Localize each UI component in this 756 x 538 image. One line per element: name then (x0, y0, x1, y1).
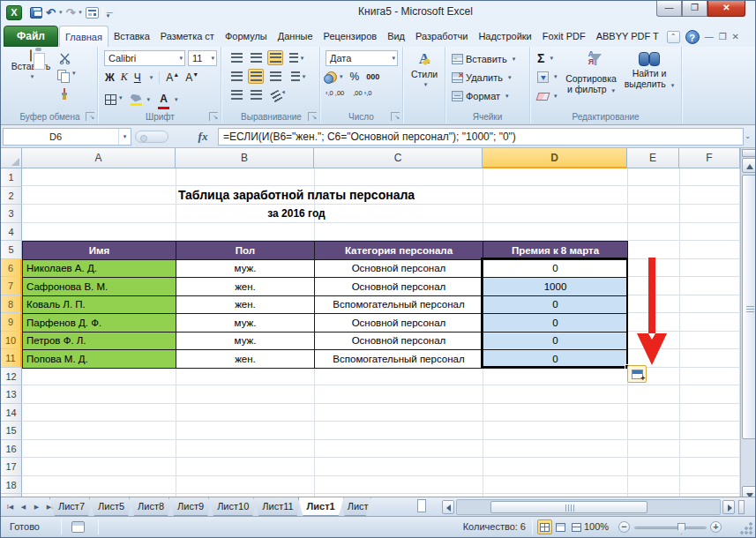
cell-name-row6[interactable]: Николаев А. Д. (23, 260, 176, 279)
autosum-button[interactable]: Σ▾ (537, 50, 553, 66)
excel-logo-icon[interactable]: X (6, 5, 22, 20)
cell-category-row10[interactable]: Основной персонал (315, 333, 483, 351)
hscroll-left-button[interactable] (442, 500, 454, 514)
expand-formula-bar-icon[interactable]: ⌄ (742, 130, 753, 144)
column-header-B[interactable]: B (176, 148, 314, 168)
save-icon[interactable] (30, 7, 42, 19)
select-all-corner[interactable] (1, 148, 22, 168)
cell-name-row10[interactable]: Петров Ф. Л. (23, 333, 176, 351)
cell-bonus-row10[interactable]: 0 (483, 333, 628, 351)
orientation-button[interactable]: ▾ (266, 83, 293, 107)
cell-name-row9[interactable]: Парфенов Д. Ф. (23, 314, 176, 333)
format-painter-button[interactable] (59, 87, 70, 103)
scroll-down-button[interactable] (742, 486, 756, 497)
cell-category-row6[interactable]: Основной персонал (315, 260, 483, 279)
insert-function-button[interactable]: fx (190, 128, 216, 146)
row-header-11[interactable]: 11 (1, 349, 22, 368)
tab-Формулы[interactable]: Формулы (220, 26, 273, 47)
row-header-4[interactable]: 4 (1, 223, 22, 242)
font-dialog-launcher-icon[interactable]: ↘ (209, 112, 218, 121)
column-header-F[interactable]: F (679, 148, 740, 168)
cell-bonus-row8[interactable]: 0 (483, 296, 628, 315)
row-header-7[interactable]: 7 (1, 277, 22, 295)
table-header-2[interactable]: Категория персонала (315, 242, 483, 260)
workbook-minimize-icon[interactable]: — (705, 31, 714, 43)
align-right-button[interactable] (267, 69, 283, 84)
find-select-button[interactable]: Найти и выделить ▾ (622, 50, 677, 91)
fill-button[interactable]: ▾ (537, 69, 558, 85)
sheet-tab-Лист[interactable]: Лист (340, 497, 371, 516)
row-header-6[interactable]: 6 (1, 259, 22, 278)
clear-button[interactable]: ▾ (537, 88, 558, 104)
row-header-3[interactable]: 3 (1, 205, 22, 223)
cell-name-row11[interactable]: Попова М. Д. (23, 350, 176, 369)
comma-style-button[interactable]: 000 (366, 72, 379, 81)
delete-cells-button[interactable]: Удалить▾ (452, 70, 512, 86)
row-header-13[interactable]: 13 (1, 385, 22, 404)
sheet-tab-Лист8[interactable]: Лист8 (129, 497, 173, 516)
cell-gender-row8[interactable]: жен. (176, 296, 315, 315)
percent-button[interactable]: % (350, 71, 360, 83)
font-name-select[interactable]: Calibri▾ (104, 50, 185, 66)
row-header-18[interactable]: 18 (1, 476, 22, 495)
align-left-button[interactable] (228, 69, 244, 84)
currency-button[interactable]: ▾ (326, 71, 343, 83)
cell-name-row8[interactable]: Коваль Л. П. (23, 296, 176, 315)
view-page-layout-button[interactable] (553, 519, 568, 534)
align-middle-button[interactable] (248, 50, 264, 65)
cell-gender-row10[interactable]: муж. (176, 333, 315, 351)
increase-indent-button[interactable] (248, 87, 264, 102)
underline-dropdown-icon[interactable]: ▾ (147, 74, 153, 81)
zoom-slider[interactable] (634, 527, 707, 529)
workbook-close-icon[interactable]: ✕ (732, 31, 739, 43)
workbook-restore-icon[interactable]: ❐ (719, 31, 727, 43)
view-normal-button[interactable] (537, 519, 552, 534)
row-header-14[interactable]: 14 (1, 404, 22, 422)
align-center-button[interactable] (248, 69, 264, 84)
row-header-16[interactable]: 16 (1, 440, 22, 459)
formula-bar-splitter[interactable] (135, 131, 168, 143)
next-sheet-icon[interactable]: ▶ (31, 500, 42, 513)
bold-button[interactable]: Ж (105, 71, 115, 84)
vertical-scroll-thumb[interactable] (742, 175, 756, 439)
cell-gender-row6[interactable]: муж. (176, 260, 315, 279)
help-icon[interactable]: ? (685, 30, 700, 44)
cell-category-row9[interactable]: Основной персонал (315, 314, 483, 333)
row-header-9[interactable]: 9 (1, 313, 22, 332)
copy-button[interactable]: ▾ (57, 70, 76, 81)
tab-Данные[interactable]: Данные (273, 26, 318, 47)
cell-bonus-row11[interactable]: 0 (483, 350, 628, 369)
clipboard-dialog-launcher-icon[interactable]: ↘ (86, 112, 94, 121)
column-header-E[interactable]: E (627, 148, 679, 168)
column-header-A[interactable]: A (22, 148, 176, 168)
cell-category-row11[interactable]: Вспомогательный персонал (315, 350, 483, 369)
horizontal-scrollbar[interactable] (456, 499, 721, 515)
tab-file[interactable]: Файл (4, 26, 58, 47)
borders-button[interactable]: ▾ (105, 94, 123, 105)
tab-ABBYY PDF T[interactable]: ABBYY PDF T (591, 26, 664, 47)
scroll-up-button[interactable] (742, 158, 756, 173)
tab-Разметка ст[interactable]: Разметка ст (155, 26, 220, 47)
hscroll-right-button[interactable] (722, 500, 735, 514)
row-header-5[interactable]: 5 (1, 241, 22, 259)
tab-Главная[interactable]: Главная (59, 26, 109, 47)
cell-gender-row7[interactable]: жен. (176, 278, 315, 296)
restore-button[interactable]: ❐ (682, 1, 707, 17)
insert-worksheet-button[interactable] (417, 499, 426, 512)
fill-color-button[interactable] (131, 94, 142, 106)
formula-input[interactable]: =ЕСЛИ(И(B6="жен."; C6="Основной персонал… (218, 128, 744, 146)
font-size-select[interactable]: 11▾ (188, 50, 217, 66)
decrease-indent-button[interactable] (228, 87, 244, 102)
vertical-scrollbar[interactable] (740, 148, 756, 497)
tab-Рецензиров[interactable]: Рецензиров (318, 26, 383, 47)
sheet-tab-Лист5[interactable]: Лист5 (89, 497, 133, 516)
zoom-in-button[interactable]: + (710, 521, 722, 533)
split-handle[interactable] (742, 149, 756, 157)
grow-font-button[interactable]: А▲ (166, 71, 179, 84)
sort-filter-button[interactable]: АЯ Сортировка и фильтр ▾ (562, 50, 620, 96)
undo-icon[interactable]: ↶ (46, 7, 56, 19)
tab-Надстройки[interactable]: Надстройки (473, 26, 536, 47)
number-format-select[interactable]: Дата▾ (326, 50, 398, 66)
autofill-options-button[interactable] (627, 365, 647, 383)
paste-button[interactable]: Вставить ▾ (8, 50, 54, 82)
